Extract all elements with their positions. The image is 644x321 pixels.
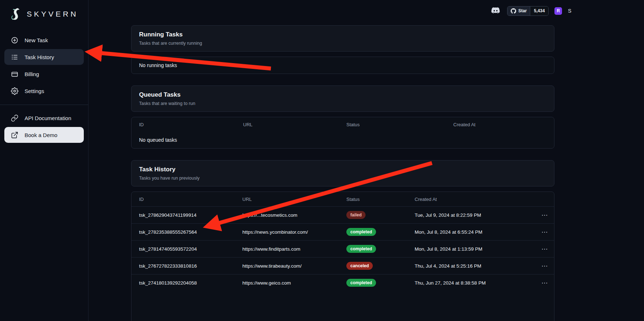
section-title: Running Tasks [139,31,546,38]
row-actions-button[interactable]: ⋯ [530,245,550,253]
task-id: tsk_274180139292204058 [139,280,242,286]
column-header-status: Status [346,122,453,127]
queued-tasks-section: Queued Tasks Tasks that are waiting to r… [131,85,554,149]
list-icon [10,53,18,61]
table-header-row: ID URL Status Created At [131,117,554,132]
table-header-row: ID URL Status Created At [131,192,554,206]
brand-logo[interactable]: SKYVERN [0,3,88,31]
row-actions-button[interactable]: ⋯ [530,279,550,287]
task-created-at: Thu, Jun 27, 2024 at 8:38:58 PM [415,280,530,286]
brand-name: SKYVERN [27,10,78,18]
queued-tasks-empty: No queued tasks [131,132,554,148]
column-header-created-at: Created At [415,197,530,202]
link-icon [10,114,18,122]
row-actions-button[interactable]: ⋯ [530,228,550,236]
user-name-cutoff: S [568,8,571,14]
github-star-label: Star [518,8,527,13]
running-tasks-header: Running Tasks Tasks that are currently r… [131,25,554,52]
task-id: tsk_278629043741199914 [139,212,242,218]
sidebar-item-label: New Task [25,37,48,43]
task-url: https://www.finditparts.com [242,246,346,252]
queued-tasks-table: ID URL Status Created At No queued tasks [131,117,554,149]
section-title: Queued Tasks [139,91,546,98]
github-icon [511,8,516,14]
task-url: https://...tecosmetics.com [242,212,346,218]
status-badge: completed [346,228,376,236]
table-row[interactable]: tsk_278235388555267564 https://news.ycom… [131,223,554,240]
task-created-at: Tue, Jul 9, 2024 at 8:22:59 PM [415,212,530,218]
running-tasks-empty: No running tasks [131,57,554,74]
task-created-at: Mon, Jul 8, 2024 at 1:13:59 PM [415,246,530,252]
table-row[interactable]: tsk_278147405593572204 https://www.findi… [131,240,554,257]
github-star-widget[interactable]: Star 5,434 [507,6,549,16]
github-star-count[interactable]: 5,434 [530,6,548,16]
sidebar-item-api-documentation[interactable]: API Documentation [4,110,84,126]
section-subtitle: Tasks you have run previously [139,176,546,181]
task-created-at: Mon, Jul 8, 2024 at 6:55:24 PM [415,229,530,235]
sidebar-item-task-history[interactable]: Task History [4,49,84,65]
table-row[interactable]: tsk_274180139292204058 https://www.geico… [131,274,554,291]
topbar: Star 5,434 R S [490,5,571,16]
section-subtitle: Tasks that are waiting to run [139,101,546,106]
sidebar-item-label: Billing [25,71,39,77]
sidebar-item-label: Task History [25,54,54,60]
sidebar-item-new-task[interactable]: New Task [4,32,84,48]
task-url: https://www.geico.com [242,280,346,286]
task-id: tsk_276727822333810816 [139,263,242,269]
task-history-header: Task History Tasks you have run previous… [131,160,554,186]
status-badge: canceled [346,262,373,270]
plus-circle-icon [10,36,18,44]
task-url: https://www.tirabeauty.com/ [242,263,346,269]
avatar[interactable]: R [554,7,562,15]
queued-tasks-header: Queued Tasks Tasks that are waiting to r… [131,85,554,112]
external-link-icon [10,131,18,139]
status-badge: completed [346,245,376,253]
skyvern-dragon-icon [8,6,23,22]
section-subtitle: Tasks that are currently running [139,41,546,46]
sidebar-item-label: API Documentation [25,115,71,121]
table-row[interactable]: tsk_276727822333810816 https://www.tirab… [131,257,554,274]
task-history-table: ID URL Status Created At tsk_27862904374… [131,192,554,321]
sidebar-divider [0,105,88,105]
column-header-url: URL [242,197,346,202]
row-actions-button[interactable]: ⋯ [530,211,550,219]
running-tasks-body: No running tasks [131,57,554,74]
column-header-created-at: Created At [453,122,550,127]
sidebar-item-label: Book a Demo [25,132,57,138]
sidebar: SKYVERN New Task Task History Billing Se… [0,0,88,321]
column-header-id: ID [139,197,242,202]
task-id: tsk_278147405593572204 [139,246,242,252]
github-star-button[interactable]: Star [507,6,530,16]
column-header-id: ID [139,122,243,127]
row-actions-button[interactable]: ⋯ [530,262,550,270]
column-header-url: URL [243,122,346,127]
sidebar-item-settings[interactable]: Settings [4,83,84,99]
table-row[interactable]: tsk_278629043741199914 https://...tecosm… [131,206,554,223]
running-tasks-section: Running Tasks Tasks that are currently r… [131,25,554,74]
status-badge: completed [346,279,376,287]
section-title: Task History [139,166,546,173]
sidebar-nav: New Task Task History Billing Settings [0,32,88,143]
credit-card-icon [10,70,18,78]
discord-link[interactable] [490,6,501,15]
task-id: tsk_278235388555267564 [139,229,242,235]
sidebar-item-label: Settings [25,88,44,94]
task-created-at: Thu, Jul 4, 2024 at 5:25:16 PM [415,263,530,269]
status-badge: failed [346,211,366,219]
discord-icon [490,7,501,15]
task-url: https://news.ycombinator.com/ [242,229,346,235]
sidebar-item-book-a-demo[interactable]: Book a Demo [4,127,84,143]
task-history-section: Task History Tasks you have run previous… [131,160,554,321]
sidebar-item-billing[interactable]: Billing [4,66,84,82]
column-header-status: Status [346,197,415,202]
gear-icon [10,87,18,95]
main-content: Running Tasks Tasks that are currently r… [131,25,554,321]
